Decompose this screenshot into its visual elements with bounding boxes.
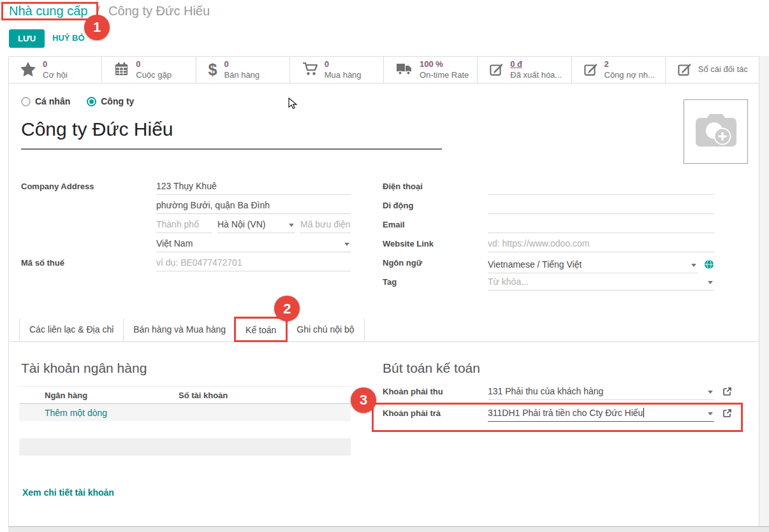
website-label: Website Link xyxy=(383,237,488,256)
company-address-label: Company Address xyxy=(21,180,156,199)
breadcrumb-parent-label: Nhà cung cấp xyxy=(9,4,87,18)
save-button[interactable]: LƯU xyxy=(9,29,45,48)
stat-value: 0 xyxy=(136,59,172,69)
radio-individual-circle[interactable] xyxy=(21,97,31,106)
partner-name-input[interactable]: Công ty Đức Hiếu xyxy=(21,119,442,150)
chevron-down-icon xyxy=(708,281,713,284)
zip-input[interactable] xyxy=(300,218,351,233)
edit-icon xyxy=(584,62,597,78)
phone-input[interactable] xyxy=(488,180,714,195)
camera-plus-icon xyxy=(695,113,737,150)
phone-label: Điện thoại xyxy=(383,180,488,199)
address-form-column: Company Address 123 Thụy Khuê phường Bưở… xyxy=(21,180,351,275)
tag-field[interactable]: Từ khóa... xyxy=(488,275,714,291)
accounting-entries-title: Bút toán kế toán xyxy=(383,361,480,376)
discard-button[interactable]: HUỶ BỎ xyxy=(52,33,85,43)
stat-value: 100 % xyxy=(420,59,469,69)
payable-row: Khoản phải trả 311DH1 Phải trả tiền cho … xyxy=(383,406,733,427)
country-select[interactable]: Việt Nam xyxy=(156,237,351,252)
company-type-toggle: Cá nhân Công ty xyxy=(21,96,134,106)
stat-value: 0 đ xyxy=(510,59,562,69)
annotation-dot-step1: 1 xyxy=(84,15,110,40)
chevron-down-icon xyxy=(708,391,713,394)
stat-value: 0 xyxy=(325,59,362,69)
payable-select[interactable]: 311DH1 Phải trả tiền cho Cty Đức Hiếu xyxy=(488,406,714,422)
tab-accounting[interactable]: Kế toán 2 xyxy=(235,319,286,342)
tab-internal-notes[interactable]: Ghi chú nội bộ xyxy=(286,319,364,341)
external-link-icon[interactable] xyxy=(722,408,732,420)
mobile-input[interactable] xyxy=(488,199,714,214)
bank-accounts-table: Ngân hàng Số tài khoản Thêm một dòng xyxy=(19,386,351,456)
stat-payables-button[interactable]: 2 Công nợ nh... xyxy=(572,57,666,83)
table-row xyxy=(19,421,351,438)
radio-individual[interactable]: Cá nhân xyxy=(21,96,70,106)
contact-form-column: Điện thoại Di động Email Website Link Ng… xyxy=(383,180,714,294)
state-select[interactable]: Hà Nội (VN) xyxy=(217,218,295,233)
partner-image-upload[interactable] xyxy=(684,99,748,164)
email-input[interactable] xyxy=(488,218,714,233)
stat-partner-ledger-button[interactable]: Sổ cái đối tác xyxy=(666,57,759,83)
scrollbar-gutter[interactable] xyxy=(759,56,769,526)
bank-accounts-title: Tài khoản ngân hàng xyxy=(21,361,147,376)
receivable-select[interactable]: 131 Phải thu của khách hàng xyxy=(488,385,714,400)
radio-individual-label: Cá nhân xyxy=(35,96,70,106)
stat-value: 2 xyxy=(604,59,655,69)
chevron-down-icon xyxy=(708,412,713,415)
street2-field[interactable]: phường Bưởi, quận Ba Đình xyxy=(156,199,351,214)
stat-sales-button[interactable]: $ 0 Bán hàng xyxy=(196,57,290,83)
stat-value: 0 xyxy=(224,59,260,69)
table-row: Thêm một dòng xyxy=(19,404,351,421)
column-header-bank: Ngân hàng xyxy=(45,391,179,400)
sheet-bottom-divider xyxy=(8,526,769,532)
city-input[interactable] xyxy=(156,218,212,233)
notebook-tabs: Các liên lạc & Địa chỉ Bán hàng và Mua h… xyxy=(8,319,759,342)
stat-purchases-button[interactable]: 0 Mua hàng xyxy=(290,57,384,83)
calendar-icon xyxy=(114,62,129,78)
edit-icon xyxy=(678,62,691,78)
stat-ontime-rate-button[interactable]: 100 % On-time Rate xyxy=(384,57,478,83)
stat-meetings-button[interactable]: 0 Cuộc gặp xyxy=(102,57,196,83)
external-link-icon[interactable] xyxy=(722,387,732,398)
stat-label: Cuộc gặp xyxy=(136,70,172,80)
breadcrumb-parent-link[interactable]: Nhà cung cấp 1 xyxy=(9,4,87,18)
dollar-icon: $ xyxy=(209,62,217,78)
vat-label: Mã số thuế xyxy=(21,256,156,275)
stat-invoiced-button[interactable]: 0 đ Đã xuất hóa... xyxy=(478,57,571,83)
stat-opportunities-button[interactable]: 0 Cơ hội xyxy=(8,57,102,83)
view-account-detail-link[interactable]: Xem chi tiết tài khoản xyxy=(22,487,114,498)
receivable-label: Khoản phải thu xyxy=(383,385,488,396)
breadcrumb-current: Công ty Đức Hiếu xyxy=(108,4,210,18)
stat-label: Bán hàng xyxy=(224,70,260,80)
star-icon xyxy=(20,62,36,78)
breadcrumb: Nhà cung cấp 1 / Công ty Đức Hiếu xyxy=(9,4,210,18)
chevron-down-icon xyxy=(344,243,349,246)
annotation-dot-step2: 2 xyxy=(274,296,300,321)
stat-label: Đã xuất hóa... xyxy=(510,70,562,80)
tab-sales-purchase[interactable]: Bán hàng và Mua hàng xyxy=(123,319,235,341)
street-field[interactable]: 123 Thụy Khuê xyxy=(156,180,351,195)
stat-label: On-time Rate xyxy=(420,70,469,80)
text-cursor xyxy=(643,408,644,417)
website-input[interactable] xyxy=(488,237,714,252)
chevron-down-icon xyxy=(691,264,696,267)
table-row xyxy=(19,438,351,456)
payable-label: Khoản phải trả xyxy=(383,406,488,418)
language-select[interactable]: Vietnamese / Tiếng Việt xyxy=(488,258,698,273)
tab-contacts-addresses[interactable]: Các liên lạc & Địa chỉ xyxy=(19,319,123,341)
radio-company[interactable]: Công ty xyxy=(87,96,134,106)
add-line-link[interactable]: Thêm một dòng xyxy=(45,408,107,418)
vat-input[interactable] xyxy=(156,256,351,271)
stat-value: 0 xyxy=(43,59,68,69)
mouse-cursor xyxy=(288,97,298,111)
receivable-row: Khoản phải thu 131 Phải thu của khách hà… xyxy=(383,385,733,405)
column-header-account-number: Số tài khoản xyxy=(179,391,228,400)
radio-company-circle[interactable] xyxy=(87,97,96,106)
globe-icon[interactable] xyxy=(704,259,714,271)
chevron-down-icon xyxy=(289,224,294,227)
stat-label: Sổ cái đối tác xyxy=(698,64,748,75)
tag-label: Tag xyxy=(383,275,488,294)
stat-label: Mua hàng xyxy=(325,70,362,80)
language-label: Ngôn ngữ xyxy=(383,256,488,275)
email-label: Email xyxy=(383,218,488,237)
stat-label: Công nợ nh... xyxy=(604,70,655,80)
